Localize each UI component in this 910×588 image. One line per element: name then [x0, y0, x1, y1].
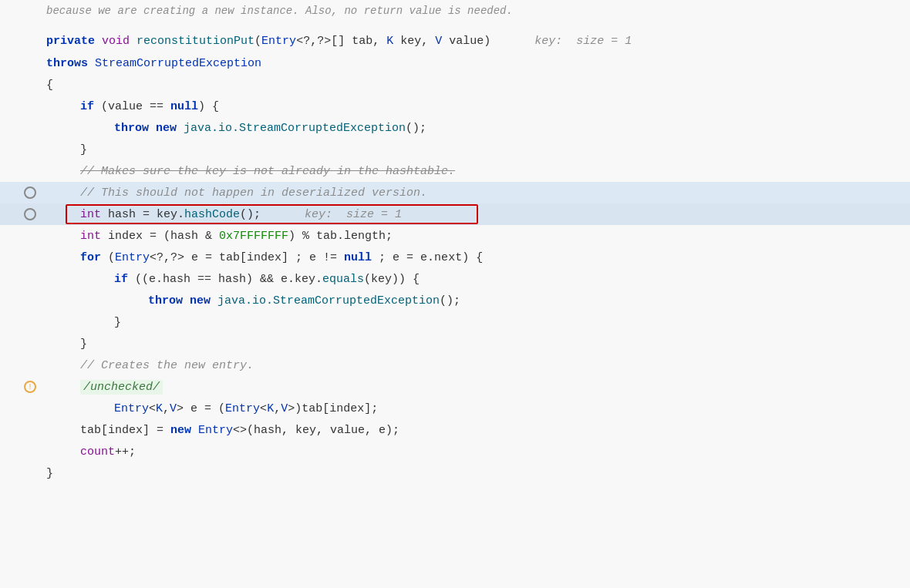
- suppressed-line: ! /unchecked/: [0, 376, 910, 398]
- comment3-line: // Creates the new entry.: [0, 354, 910, 376]
- close-brace1-gutter: [0, 139, 42, 160]
- hash-gutter: [0, 203, 42, 225]
- entry-type2: Entry: [114, 402, 149, 415]
- private-keyword: private: [46, 35, 95, 48]
- tab-assign-gutter: [0, 419, 42, 441]
- entry-cast-line: Entry<K,V> e = (Entry<K,V>)tab[index];: [0, 398, 910, 419]
- if-keyword2: if: [114, 273, 128, 286]
- hash-gutter-icon: [24, 208, 36, 220]
- count-line: count++;: [0, 441, 910, 462]
- close-brace1-line: }: [0, 139, 910, 160]
- hash-line: int hash = key.hashCode(); key: size = 1: [0, 203, 910, 225]
- if-null-gutter: [0, 96, 42, 117]
- comment2-line: // This should not happen in deserialize…: [0, 182, 910, 203]
- new2-keyword: new: [190, 294, 211, 307]
- hash-hint: key: size = 1: [305, 208, 402, 221]
- new1-keyword: new: [156, 122, 177, 135]
- throw2-keyword: throw: [148, 294, 183, 307]
- comment3-gutter: [0, 354, 42, 376]
- throw1-gutter: [0, 117, 42, 139]
- hex-value: 0x7FFFFFFF: [219, 230, 288, 243]
- for-keyword: for: [80, 251, 101, 264]
- if-keyword: if: [80, 100, 94, 113]
- entry-cast-gutter: [0, 398, 42, 419]
- null-keyword1: null: [170, 100, 198, 113]
- if-hash-gutter: [0, 268, 42, 290]
- if-null-line: if (value == null) {: [0, 96, 910, 117]
- v-type: V: [435, 35, 442, 48]
- suppressed-gutter-icon: !: [24, 381, 36, 393]
- close-if-line: }: [0, 311, 910, 333]
- comment1-text: // Makes sure the key is not already in …: [80, 165, 455, 178]
- close-if-gutter: [0, 311, 42, 333]
- method-signature-line: private void reconstitutionPut(Entry<?,?…: [0, 29, 910, 52]
- k-type3: K: [267, 402, 274, 415]
- comment2-gutter: [0, 182, 42, 203]
- open-brace-gutter: [0, 74, 42, 96]
- method-hint: key: size = 1: [534, 35, 632, 48]
- open-brace-line: {: [0, 74, 910, 96]
- for-line: for (Entry<?,?> e = tab[index] ; e != nu…: [0, 247, 910, 268]
- int-keyword1: int: [80, 208, 101, 221]
- v-type2: V: [170, 402, 177, 415]
- throw2-exception: java.io.StreamCorruptedException: [217, 294, 440, 307]
- new3-keyword: new: [170, 424, 191, 437]
- throws-keyword: throws: [46, 57, 88, 70]
- entry-type3: Entry: [198, 424, 233, 437]
- v-type3: V: [281, 402, 288, 415]
- stream-corrupted-exception-throws: StreamCorruptedException: [95, 57, 261, 70]
- void-keyword: void: [102, 35, 130, 48]
- hashcode-call: hashCode: [184, 208, 240, 221]
- close-for-gutter: [0, 333, 42, 354]
- comment2-text: // This should not happen in deserialize…: [80, 186, 427, 200]
- throws-line: throws StreamCorruptedException: [0, 52, 910, 74]
- comment3-text: // Creates the new entry.: [80, 359, 254, 372]
- code-area: private void reconstitutionPut(Entry<?,?…: [0, 22, 910, 492]
- index-gutter: [0, 225, 42, 247]
- throw2-line: throw new java.io.StreamCorruptedExcepti…: [0, 290, 910, 311]
- for-gutter: [0, 247, 42, 268]
- entry-cast-type: Entry: [225, 402, 260, 415]
- throws-gutter: [0, 52, 42, 74]
- for-entry-type: Entry: [115, 251, 150, 264]
- k-type: K: [386, 35, 393, 48]
- count-var: count: [80, 445, 115, 459]
- suppressed-annotation: /unchecked/: [80, 380, 163, 395]
- suppressed-gutter: !: [0, 376, 42, 398]
- code-container: because we are creating a new instance. …: [0, 0, 910, 588]
- header-comment: because we are creating a new instance. …: [0, 0, 910, 22]
- tab-assign-line: tab[index] = new Entry<>(hash, key, valu…: [0, 419, 910, 441]
- k-type2: K: [156, 402, 163, 415]
- entry-type: Entry: [261, 35, 296, 48]
- throw1-exception: java.io.StreamCorruptedException: [184, 122, 406, 135]
- throw2-gutter: [0, 290, 42, 311]
- close-for-line: }: [0, 333, 910, 354]
- throw1-line: throw new java.io.StreamCorruptedExcepti…: [0, 117, 910, 139]
- close-method-gutter: [0, 462, 42, 484]
- comment1-gutter: [0, 160, 42, 182]
- comment1-line: // Makes sure the key is not already in …: [0, 160, 910, 182]
- close-method-line: }: [0, 462, 910, 484]
- int-keyword2: int: [80, 230, 101, 243]
- if-hash-line: if ((e.hash == hash) && e.key.equals(key…: [0, 268, 910, 290]
- index-line: int index = (hash & 0x7FFFFFFF) % tab.le…: [0, 225, 910, 247]
- count-gutter: [0, 441, 42, 462]
- null-keyword2: null: [344, 251, 372, 264]
- comment2-gutter-icon: [24, 186, 36, 199]
- method-name: reconstitutionPut: [136, 35, 254, 48]
- equals-call: equals: [322, 273, 364, 286]
- throw1-keyword: throw: [114, 122, 149, 135]
